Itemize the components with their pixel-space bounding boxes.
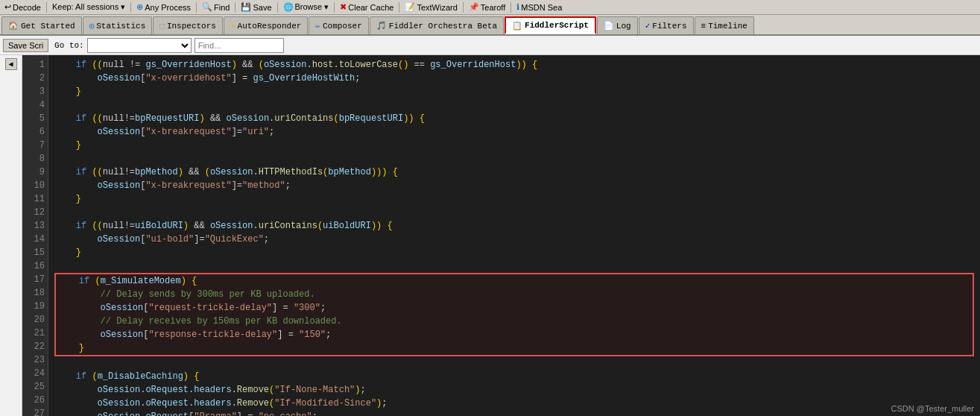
inspectors-icon: ⬚ — [159, 21, 165, 31]
tearoff-button[interactable]: 📌 Tearoff — [466, 1, 508, 14]
tab-timeline[interactable]: ≡ Timeline — [695, 16, 754, 34]
tab-autoresponder[interactable]: ⚡ AutoResponder — [224, 16, 308, 34]
any-process-button[interactable]: ⊕ Any Process — [133, 1, 194, 14]
divider-3 — [196, 2, 197, 13]
tearoff-icon: 📌 — [469, 2, 479, 12]
orchestra-icon: 🎵 — [376, 21, 387, 31]
save-icon: 💾 — [241, 2, 251, 12]
code-content[interactable]: if ((null != gs_OverridenHost) && (oSess… — [48, 55, 980, 416]
browse-icon: 🌐 — [283, 2, 294, 12]
browse-button[interactable]: 🌐 Browse ▾ — [280, 1, 332, 14]
get-started-icon: 🏠 — [8, 21, 19, 31]
statistics-icon: ◎ — [89, 21, 95, 31]
line-numbers: 1234 5678 9101112 13141516 17181920 2122… — [22, 55, 48, 416]
main-layout: ◀ 1234 5678 9101112 13141516 17181920 21… — [0, 55, 980, 416]
divider-6 — [334, 2, 335, 13]
left-panel: ◀ — [0, 55, 22, 416]
process-icon: ⊕ — [136, 2, 143, 12]
tab-inspectors[interactable]: ⬚ Inspectors — [153, 16, 223, 34]
script-toolbar: Save Scri Go to: — [0, 36, 980, 55]
filters-icon: ✓ — [645, 21, 651, 31]
log-icon: 📄 — [604, 21, 614, 31]
tab-fiddlerscript[interactable]: 📋 FiddlerScript — [505, 16, 596, 34]
decode-button[interactable]: ↩ Decode — [1, 1, 44, 14]
divider-1 — [46, 2, 47, 13]
collapse-arrow[interactable]: ◀ — [5, 58, 17, 70]
tab-orchestra[interactable]: 🎵 Fiddler Orchestra Beta — [370, 16, 504, 34]
find-icon: 🔍 — [202, 2, 212, 12]
composer-icon: ✏ — [315, 21, 320, 31]
tab-statistics[interactable]: ◎ Statistics — [83, 16, 153, 34]
fiddlerscript-icon: 📋 — [512, 21, 522, 31]
tab-filters[interactable]: ✓ Filters — [639, 16, 694, 34]
divider-8 — [463, 2, 464, 13]
msdn-icon: ℹ — [516, 2, 519, 12]
divider-4 — [235, 2, 235, 13]
divider-9 — [510, 2, 511, 13]
toolbar-top: ↩ Decode Keep: All sessions ▾ ⊕ Any Proc… — [0, 0, 980, 15]
autoresponder-icon: ⚡ — [230, 21, 235, 31]
clear-cache-icon: ✖ — [340, 2, 347, 12]
save-script-button[interactable]: Save Scri — [3, 39, 48, 52]
divider-7 — [399, 2, 399, 13]
tab-get-started[interactable]: 🏠 Get Started — [1, 16, 82, 34]
tab-composer[interactable]: ✏ Composer — [309, 16, 368, 34]
watermark: CSDN @Tester_muller — [891, 404, 974, 413]
divider-2 — [130, 2, 131, 13]
tab-bar: 🏠 Get Started ◎ Statistics ⬚ Inspectors … — [0, 15, 980, 36]
textwizard-icon: 📝 — [405, 2, 415, 12]
keep-sessions-button[interactable]: Keep: All sessions ▾ — [49, 1, 128, 14]
textwizard-button[interactable]: 📝 TextWizard — [402, 1, 460, 14]
divider-5 — [277, 2, 278, 13]
goto-dropdown[interactable] — [87, 38, 192, 53]
tab-log[interactable]: 📄 Log — [597, 16, 638, 34]
code-editor[interactable]: 1234 5678 9101112 13141516 17181920 2122… — [22, 55, 980, 416]
save-button[interactable]: 💾 Save — [238, 1, 274, 14]
goto-label: Go to: — [54, 41, 84, 50]
clear-cache-button[interactable]: ✖ Clear Cache — [337, 1, 396, 14]
msdn-button[interactable]: ℹ MSDN Sea — [513, 1, 565, 14]
find-button[interactable]: 🔍 Find — [199, 1, 233, 14]
decode-icon: ↩ — [4, 2, 11, 12]
find-input[interactable] — [195, 38, 284, 53]
timeline-icon: ≡ — [701, 22, 706, 31]
